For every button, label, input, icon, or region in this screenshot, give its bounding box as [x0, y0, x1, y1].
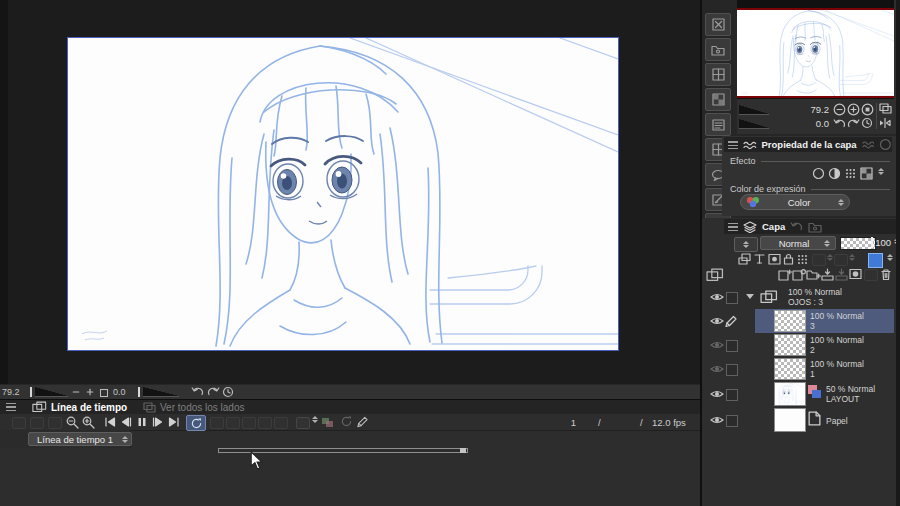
nav-rotate-ccw-icon[interactable]: [833, 118, 846, 129]
rotate-ccw-icon[interactable]: [191, 386, 204, 397]
mask-enable-icon[interactable]: [812, 254, 826, 266]
effect-stepper[interactable]: [877, 168, 885, 175]
panel-menu-icon[interactable]: [728, 141, 738, 149]
delete-layer-icon[interactable]: [880, 268, 892, 281]
nav-zoom-reset-icon[interactable]: [861, 103, 874, 116]
layer-row-2[interactable]: 100 % Normal 2: [702, 333, 896, 357]
layer-checkbox[interactable]: [726, 364, 738, 376]
expression-color-dropdown[interactable]: Color: [740, 194, 850, 210]
cycle-icon[interactable]: [340, 416, 353, 427]
panel-icon-list[interactable]: [705, 113, 731, 136]
timeline-selector-stepper[interactable]: [121, 436, 129, 443]
onion-color-icon[interactable]: [322, 418, 334, 427]
reference-layer-icon[interactable]: [754, 253, 765, 265]
timeline-selector-dropdown[interactable]: Línea de tiempo 1: [28, 432, 132, 446]
playback-range-bar[interactable]: [218, 448, 468, 453]
drawing-canvas[interactable]: [68, 38, 618, 350]
layer-visibility-eye-icon[interactable]: [710, 364, 724, 374]
skip-to-end-icon[interactable]: [168, 417, 180, 427]
layer-row-layout[interactable]: 50 % Normal LAYOUT: [702, 381, 896, 407]
navigator-preview[interactable]: [737, 0, 894, 99]
expression-color-stepper[interactable]: [837, 199, 845, 206]
layer-visibility-eye-icon[interactable]: [710, 316, 724, 326]
layers-panel-tab[interactable]: Capa: [724, 219, 898, 234]
nav-rotate-reset-icon[interactable]: [861, 117, 873, 129]
layer-checkbox[interactable]: [726, 292, 738, 304]
timeline-zoom-out-icon[interactable]: [66, 416, 79, 429]
new-raster-layer-icon[interactable]: [778, 268, 792, 281]
tab-ver-todos-los-lados[interactable]: Ver todos los lados: [143, 400, 245, 414]
effect-halftone-icon[interactable]: [828, 167, 841, 180]
edit-timeline-pencil-icon[interactable]: [356, 416, 368, 428]
ruler-stepper[interactable]: [848, 254, 856, 261]
layer-thumbnail[interactable]: [774, 358, 806, 380]
layer-thumbnail[interactable]: [774, 310, 806, 332]
canvas-zoom-reset-button[interactable]: [100, 389, 108, 397]
lock-transparent-icon[interactable]: [796, 253, 809, 266]
layer-row-3[interactable]: 100 % Normal 3: [702, 309, 896, 333]
create-mask-icon[interactable]: [849, 268, 862, 280]
layer-thumbnail[interactable]: [774, 382, 806, 406]
effect-tone-icon[interactable]: [844, 167, 857, 180]
onion-mode-icon[interactable]: [258, 417, 272, 429]
canvas-viewport[interactable]: [8, 0, 700, 384]
folder-expand-arrow[interactable]: [746, 294, 754, 299]
layer-color-stepper[interactable]: [886, 254, 894, 261]
canvas-rotate-slider[interactable]: [143, 387, 179, 397]
nav-rotate-cw-icon[interactable]: [847, 118, 860, 129]
blend-combo-icon[interactable]: [734, 237, 758, 252]
timeline-menu-icon[interactable]: [6, 403, 16, 411]
previous-frame-icon[interactable]: [120, 417, 132, 427]
canvas-zoom-slider[interactable]: [35, 387, 68, 397]
layer-checkbox[interactable]: [726, 340, 738, 352]
opacity-slider-thumb[interactable]: [871, 237, 873, 248]
animation-cels-icon[interactable]: [706, 268, 724, 282]
clip-to-layer-icon[interactable]: [738, 253, 751, 265]
loop-playback-button[interactable]: [186, 415, 206, 431]
layer-visibility-eye-icon[interactable]: [710, 340, 724, 350]
pause-icon[interactable]: [137, 417, 147, 427]
new-vector-layer-icon[interactable]: [792, 268, 806, 281]
onion-next-icon[interactable]: [242, 417, 256, 429]
mask-stepper[interactable]: [826, 254, 834, 261]
transfer-down-icon[interactable]: [821, 268, 834, 281]
skip-to-start-icon[interactable]: [104, 417, 116, 427]
canvas-zoom-out-button[interactable]: [70, 386, 82, 398]
next-frame-icon[interactable]: [152, 417, 164, 427]
layer-color-swatch[interactable]: [868, 253, 883, 268]
ruler-range-icon[interactable]: [834, 254, 848, 266]
canvas-rotate-slider-thumb[interactable]: [138, 387, 140, 397]
layer-thumbnail[interactable]: [774, 408, 806, 432]
blend-mode-dropdown[interactable]: Normal: [760, 236, 836, 250]
layer-checkbox[interactable]: [726, 389, 738, 401]
effect-border-icon[interactable]: [812, 167, 825, 180]
nav-zoom-out-icon[interactable]: [833, 103, 846, 116]
blend-mode-stepper[interactable]: [823, 240, 831, 247]
rotate-cw-icon[interactable]: [207, 386, 220, 397]
navigator-rotate-slider[interactable]: [739, 119, 769, 129]
panel-menu-icon[interactable]: [728, 223, 738, 231]
timeline-settings-icon[interactable]: [30, 417, 44, 429]
effect-layer-color-icon[interactable]: [860, 167, 873, 180]
layer-visibility-eye-icon[interactable]: [710, 292, 724, 302]
layer-visibility-eye-icon[interactable]: [710, 389, 724, 399]
panel-icon-tone[interactable]: [705, 88, 731, 111]
range-end-handle[interactable]: [460, 448, 466, 453]
panel-icon-material-folder[interactable]: [705, 38, 731, 61]
panel-icon-grid[interactable]: [705, 63, 731, 86]
layer-row-folder[interactable]: 100 % Normal OJOS : 3: [702, 285, 896, 309]
draft-layer-icon[interactable]: [768, 253, 781, 265]
onion-prev-icon[interactable]: [226, 417, 240, 429]
lock-layer-icon[interactable]: [783, 253, 794, 265]
timeline-options-icon[interactable]: [48, 417, 62, 429]
nav-zoom-in-icon[interactable]: [847, 103, 860, 116]
apply-mask-icon[interactable]: [864, 269, 878, 281]
reset-rotation-icon[interactable]: [222, 386, 234, 398]
layer-checkbox[interactable]: [726, 415, 738, 427]
new-timeline-icon[interactable]: [12, 417, 26, 429]
navigator-zoom-slider[interactable]: [739, 105, 769, 115]
light-table-icon[interactable]: [274, 417, 288, 429]
frame-skip-icon[interactable]: [296, 417, 310, 429]
opacity-slider[interactable]: [840, 237, 876, 250]
layer-row-papel[interactable]: Papel: [702, 407, 896, 433]
